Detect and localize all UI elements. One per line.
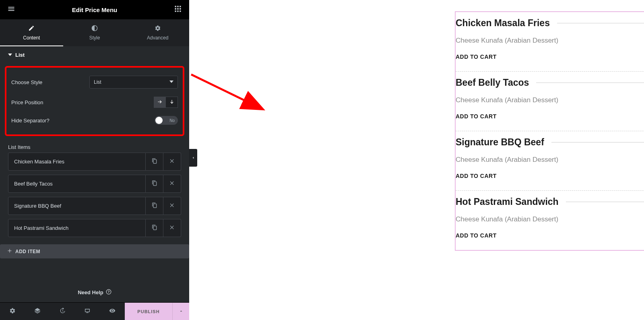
grid-icon: [174, 5, 182, 14]
tab-advanced[interactable]: Advanced: [126, 19, 189, 46]
menu-item-description: Cheese Kunafa (Arabian Dessert): [456, 96, 644, 104]
menu-item-header: Chicken Masala Fries $12.48: [456, 18, 644, 29]
title-separator: [557, 23, 644, 23]
gear-icon: [126, 25, 189, 33]
gear-icon: [9, 308, 16, 316]
highlighted-controls: Choose Style List Price Position: [5, 66, 184, 136]
duplicate-button[interactable]: [146, 197, 163, 215]
list-item-title[interactable]: Hot Pastrami Sandwich: [8, 219, 146, 237]
chevron-up-icon: [179, 308, 184, 315]
list-item: Signature BBQ Beef: [8, 197, 181, 215]
history-icon: [59, 308, 66, 316]
choose-style-select[interactable]: List: [89, 76, 178, 89]
editor-sidebar: Edit Price Menu Content Style Advanced L…: [0, 0, 189, 320]
price-menu-widget[interactable]: Chicken Masala Fries $12.48 Cheese Kunaf…: [455, 11, 644, 251]
add-item-button[interactable]: ADD ITEM: [0, 244, 189, 258]
plus-icon: [7, 248, 12, 254]
close-icon: [169, 158, 175, 165]
remove-button[interactable]: [163, 175, 181, 193]
eye-icon: [109, 308, 116, 316]
title-separator: [551, 142, 644, 142]
list-item: Chicken Masala Fries: [8, 153, 181, 171]
question-icon: ?: [106, 289, 111, 296]
price-position-down[interactable]: [166, 97, 178, 108]
tab-content[interactable]: Content: [0, 19, 63, 46]
panel-title: Edit Price Menu: [72, 6, 118, 13]
close-icon: [169, 180, 175, 188]
hide-separator-toggle[interactable]: No: [155, 116, 178, 125]
menu-item-title: Chicken Masala Fries: [456, 18, 550, 29]
select-value: List: [94, 79, 101, 85]
list-item-title[interactable]: Signature BBQ Beef: [8, 197, 146, 215]
hamburger-icon: [7, 5, 15, 14]
price-position-label: Price Position: [11, 99, 43, 105]
copy-icon: [152, 225, 157, 232]
settings-button[interactable]: [0, 303, 25, 320]
list-item-title[interactable]: Chicken Masala Fries: [8, 153, 146, 171]
sidebar-header: Edit Price Menu: [0, 0, 189, 19]
devices-icon: [84, 308, 91, 316]
add-to-cart-button[interactable]: ADD TO CART: [456, 232, 644, 239]
svg-line-3: [191, 74, 262, 109]
menu-item: Chicken Masala Fries $12.48 Cheese Kunaf…: [456, 12, 644, 72]
contrast-icon: [63, 25, 126, 33]
menu-item: Beef Belly Tacos $12.48 Cheese Kunafa (A…: [456, 72, 644, 131]
need-help-link[interactable]: Need Help ?: [0, 283, 189, 302]
toggle-value: No: [169, 118, 175, 123]
add-to-cart-button[interactable]: ADD TO CART: [456, 54, 644, 60]
add-to-cart-button[interactable]: ADD TO CART: [456, 173, 644, 179]
responsive-button[interactable]: [75, 303, 100, 320]
preview-area: Chicken Masala Fries $12.48 Cheese Kunaf…: [189, 0, 644, 320]
menu-item-header: Hot Pastrami Sandwich $12.48: [456, 196, 644, 207]
publish-options-button[interactable]: [172, 303, 189, 320]
copy-icon: [152, 202, 157, 210]
menu-item-description: Cheese Kunafa (Arabian Dessert): [456, 215, 644, 223]
preview-button[interactable]: [100, 303, 125, 320]
tab-label: Advanced: [147, 35, 168, 41]
title-separator: [566, 202, 644, 202]
tab-style[interactable]: Style: [63, 19, 126, 46]
tab-label: Style: [89, 35, 100, 41]
svg-text:?: ?: [107, 290, 109, 294]
control-hide-separator: Hide Separator? No: [10, 112, 180, 129]
list-item: Beef Belly Tacos: [8, 175, 181, 193]
menu-item-description: Cheese Kunafa (Arabian Dessert): [456, 156, 644, 164]
widgets-button[interactable]: [174, 5, 182, 14]
menu-item-title: Signature BBQ Beef: [456, 137, 544, 148]
duplicate-button[interactable]: [146, 175, 163, 193]
menu-item: Signature BBQ Beef $12.48 Cheese Kunafa …: [456, 131, 644, 191]
menu-item-title: Beef Belly Tacos: [456, 77, 529, 88]
menu-item: Hot Pastrami Sandwich $12.48 Cheese Kuna…: [456, 191, 644, 250]
section-list[interactable]: List: [0, 46, 189, 62]
sidebar-body: List Choose Style List Price Position: [0, 46, 189, 283]
close-icon: [169, 225, 175, 232]
publish-group: PUBLISH: [125, 303, 189, 320]
duplicate-button[interactable]: [146, 153, 163, 171]
section-label: List: [15, 52, 25, 58]
list-items-label: List Items: [0, 140, 189, 153]
navigator-button[interactable]: [25, 303, 50, 320]
add-item-label: ADD ITEM: [15, 249, 40, 254]
need-help-label: Need Help: [78, 289, 103, 295]
annotation-arrow: [189, 70, 270, 115]
duplicate-button[interactable]: [146, 219, 163, 237]
list-item-title[interactable]: Beef Belly Tacos: [8, 175, 146, 193]
tab-label: Content: [23, 35, 40, 41]
remove-button[interactable]: [163, 219, 181, 237]
control-price-position: Price Position: [10, 93, 180, 112]
menu-item-title: Hot Pastrami Sandwich: [456, 196, 559, 207]
title-separator: [536, 83, 644, 83]
remove-button[interactable]: [163, 197, 181, 215]
price-position-right[interactable]: [154, 97, 166, 108]
list-items-repeater: Chicken Masala Fries Beef Belly Tacos Si…: [0, 153, 189, 237]
history-button[interactable]: [50, 303, 75, 320]
add-to-cart-button[interactable]: ADD TO CART: [456, 113, 644, 120]
publish-button[interactable]: PUBLISH: [125, 303, 172, 320]
choose-style-label: Choose Style: [11, 79, 42, 85]
caret-down-icon: [169, 79, 173, 85]
menu-item-header: Signature BBQ Beef $12.48: [456, 137, 644, 148]
menu-button[interactable]: [7, 5, 15, 14]
tabs: Content Style Advanced: [0, 19, 189, 46]
publish-label: PUBLISH: [137, 309, 159, 314]
remove-button[interactable]: [163, 153, 181, 171]
